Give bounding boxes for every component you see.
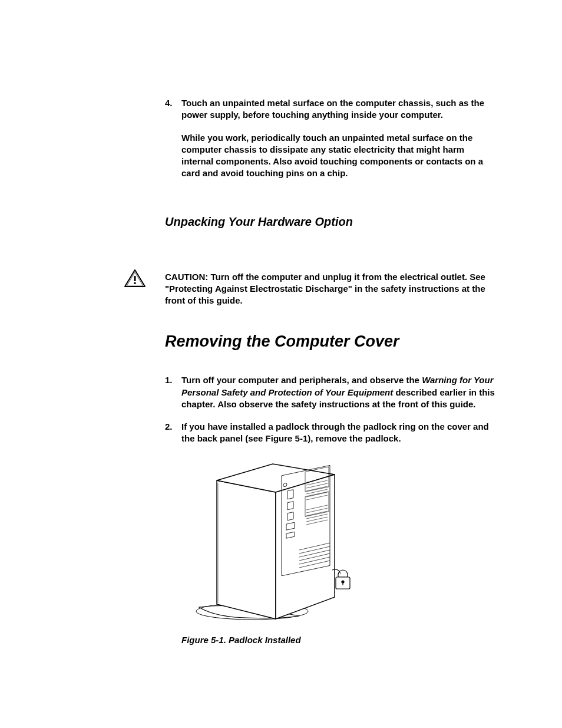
computer-chassis-illustration: [181, 457, 370, 622]
step-text: Touch an unpainted metal surface on the …: [181, 97, 495, 121]
step-2: 2. If you have installed a padlock throu…: [165, 421, 495, 445]
step-1-pre: Turn off your computer and peripherals, …: [181, 375, 422, 385]
step-text: If you have installed a padlock through …: [181, 421, 495, 445]
figure-5-1: [181, 457, 495, 624]
figure-caption: Figure 5-1. Padlock Installed: [181, 635, 495, 645]
caution-icon: [124, 269, 146, 291]
step-text: Turn off your computer and peripherals, …: [181, 374, 495, 410]
document-page: 4. Touch an unpainted metal surface on t…: [0, 0, 562, 728]
main-content-column: 4. Touch an unpainted metal surface on t…: [165, 97, 495, 645]
section-heading: Removing the Computer Cover: [165, 332, 495, 351]
svg-rect-2: [134, 276, 136, 281]
caution-text: Turn off the computer and unplug it from…: [165, 272, 485, 306]
caution-label: CAUTION:: [165, 272, 208, 282]
step-4: 4. Touch an unpainted metal surface on t…: [165, 97, 495, 121]
step-number: 1.: [165, 374, 181, 410]
step-number: 4.: [165, 97, 181, 121]
step-1: 1. Turn off your computer and peripheral…: [165, 374, 495, 410]
subsection-heading: Unpacking Your Hardware Option: [165, 215, 495, 229]
step-number: 2.: [165, 421, 181, 445]
caution-block: CAUTION: Turn off the computer and unplu…: [165, 271, 495, 307]
step-4-detail: While you work, periodically touch an un…: [181, 132, 495, 180]
svg-rect-3: [134, 282, 136, 284]
